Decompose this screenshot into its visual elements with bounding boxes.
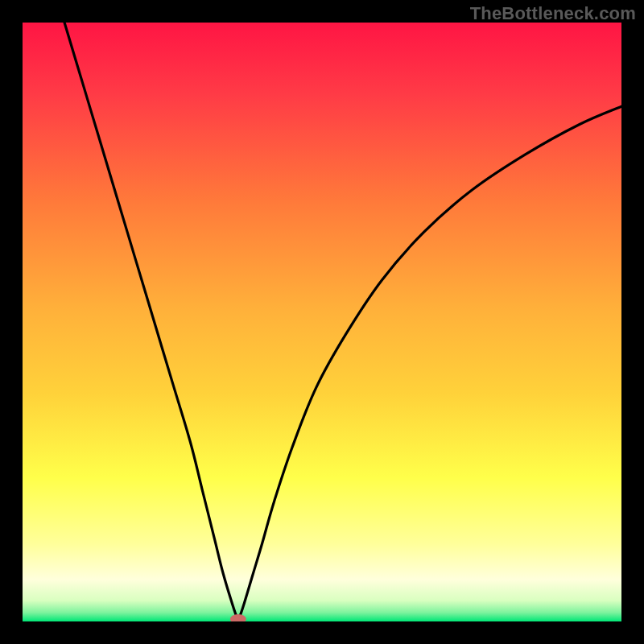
gradient-bg bbox=[23, 23, 621, 621]
chart-frame: TheBottleneck.com bbox=[0, 0, 644, 644]
plot-area bbox=[23, 23, 621, 621]
chart-svg bbox=[23, 23, 621, 621]
watermark-label: TheBottleneck.com bbox=[470, 3, 636, 24]
